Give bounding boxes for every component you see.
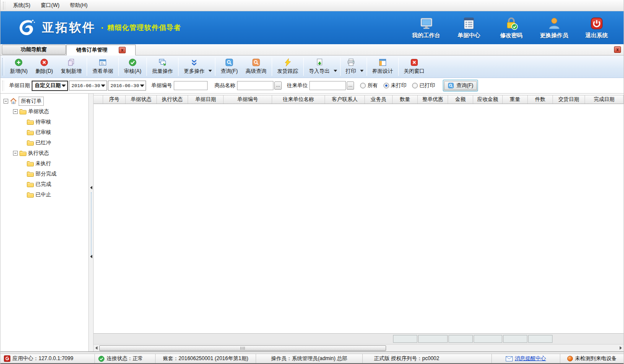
exit-power-icon [590, 16, 604, 30]
import-export-icon [315, 58, 324, 67]
tree-node-audited[interactable]: 已审核 [0, 127, 88, 137]
col-header-partner-name[interactable]: 往来单位名称 [272, 95, 325, 104]
menu-window[interactable]: 窗口(W) [36, 0, 65, 11]
app-window: 系统(S) 窗口(W) 帮助(H) 亚拓软件 · 精细化管理软件倡导者 我的工作… [0, 0, 624, 364]
col-header-delivery-date[interactable]: 交货日期 [553, 95, 585, 104]
tab-nav-panel[interactable]: 功能导航窗 [2, 45, 66, 55]
document-center-button[interactable]: 单据中心 [455, 16, 483, 39]
radio-printed[interactable]: 已打印 [412, 82, 435, 89]
tree-node-not-executed[interactable]: 未执行 [0, 158, 88, 169]
product-lookup-button[interactable]: … [274, 81, 282, 90]
scroll-right-icon[interactable] [618, 345, 624, 351]
ui-design-button[interactable]: 界面设计 [368, 57, 397, 77]
tree-node-partial-done[interactable]: 部分完成 [0, 169, 88, 179]
tree-node-completed[interactable]: 已完成 [0, 179, 88, 189]
scroll-left-icon[interactable] [94, 345, 99, 351]
tree-node-exec-status[interactable]: 执行状态 [0, 148, 88, 158]
print-button[interactable]: 打印 [342, 57, 360, 77]
tab-close-icon[interactable]: x [119, 47, 126, 53]
summary-weight-cell [503, 335, 527, 343]
my-workbench-button[interactable]: 我的工作台 [412, 16, 440, 39]
col-header-pieces[interactable]: 件数 [528, 95, 553, 104]
status-message-center[interactable]: 消息提醒中心 [492, 354, 560, 363]
date-from-select[interactable]: 2016-06-30 [69, 81, 107, 91]
print-label: 打印 [346, 68, 356, 75]
tree-node-pending-audit[interactable]: 待审核 [0, 117, 88, 127]
date-to-select[interactable]: 2016-06-30 [108, 81, 146, 91]
tree-node-bill-status[interactable]: 单据状态 [0, 106, 88, 117]
tab-sales-order[interactable]: 销售订单管理 x [66, 45, 136, 55]
import-export-dropdown-icon[interactable] [334, 70, 337, 72]
switch-operator-button[interactable]: 更换操作员 [540, 16, 568, 39]
col-header-weight[interactable]: 重量 [503, 95, 528, 104]
tabbar-close-icon[interactable]: x [614, 46, 621, 53]
close-window-button[interactable]: 关闭窗口 [400, 57, 429, 77]
col-header-bill-no[interactable]: 单据编号 [224, 95, 272, 104]
batch-ops-button[interactable]: 批量操作 [148, 57, 177, 77]
import-export-button[interactable]: 导入导出 [305, 57, 334, 77]
partner-input[interactable] [309, 81, 346, 90]
bill-no-input[interactable] [174, 81, 208, 90]
partner-lookup-button[interactable]: … [347, 81, 354, 90]
col-header-receivable[interactable]: 应收金额 [473, 95, 503, 104]
col-header-finish-date[interactable]: 完成日期 [585, 95, 624, 104]
print-dropdown-icon[interactable] [360, 70, 364, 72]
product-name-input[interactable] [237, 81, 273, 90]
copy-icon [67, 58, 75, 67]
advanced-query-button[interactable]: 高级查询 [242, 57, 270, 77]
menu-system[interactable]: 系统(S) [8, 0, 36, 11]
col-header-salesman[interactable]: 业务员 [365, 95, 393, 104]
status-license-label: 正式版 授权序列号：pc0002 [374, 355, 439, 362]
col-header-quantity[interactable]: 数量 [393, 95, 418, 104]
change-password-label: 修改密码 [500, 32, 523, 39]
query-button[interactable]: 查询(F) [217, 57, 241, 77]
collapse-left-icon[interactable] [90, 186, 92, 189]
more-ops-label: 更多操作 [184, 68, 205, 75]
summary-discount-cell [418, 335, 448, 343]
toolbar-grip[interactable] [2, 58, 4, 75]
splitter-line [91, 192, 91, 257]
col-header-contact[interactable]: 客户联系人 [325, 95, 365, 104]
brand-title: 亚拓软件 [42, 20, 96, 36]
horizontal-scrollbar[interactable] [94, 344, 624, 351]
tree-node-terminated[interactable]: 已中止 [0, 189, 88, 200]
radio-all[interactable]: 所有 [360, 82, 378, 89]
shipping-track-button[interactable]: 发货跟踪 [273, 57, 302, 77]
panel-splitter[interactable] [88, 94, 94, 351]
col-header-seq[interactable]: 序号 [103, 95, 126, 104]
date-range-select[interactable]: 自定义日期 [32, 81, 68, 91]
exit-system-button[interactable]: 退出系统 [583, 16, 611, 39]
more-ops-dropdown-icon[interactable] [208, 70, 212, 72]
search-icon [448, 82, 454, 89]
collapse-icon[interactable] [3, 99, 8, 104]
tab-sales-order-label: 销售订单管理 [76, 46, 107, 54]
tree-node-reversed[interactable]: 已红冲 [0, 137, 88, 148]
scrollbar-thumb[interactable] [99, 345, 386, 351]
col-header-exec-status[interactable]: 执行状态 [157, 95, 188, 104]
radio-unprinted[interactable]: 未打印 [384, 82, 406, 89]
filterbar-grip[interactable] [3, 81, 5, 91]
collapse-left-icon[interactable] [90, 255, 92, 258]
col-header-bill-status[interactable]: 单据状态 [126, 95, 157, 104]
change-password-button[interactable]: 修改密码 [497, 16, 525, 39]
search-button[interactable]: 查询(F) [443, 80, 478, 91]
menu-help[interactable]: 帮助(H) [65, 0, 93, 11]
tree-node-all-orders[interactable]: 所有订单 [0, 96, 88, 106]
copy-add-button[interactable]: 复制新增 [57, 57, 85, 77]
menubar-grip[interactable] [3, 2, 5, 10]
delete-button[interactable]: 删除(D) [32, 57, 57, 77]
col-header-discount[interactable]: 整单优惠 [418, 95, 448, 104]
delete-label: 删除(D) [36, 68, 53, 75]
audit-button[interactable]: 审核(A) [120, 57, 145, 77]
audit-check-icon [128, 58, 137, 67]
collapse-icon[interactable] [13, 151, 18, 156]
toolbar-separator [367, 58, 367, 76]
col-header-amount[interactable]: 金额 [448, 95, 473, 104]
view-bill-button[interactable]: 查看单据 [88, 57, 117, 77]
more-ops-button[interactable]: 更多操作 [180, 57, 208, 77]
message-center-link[interactable]: 消息提醒中心 [515, 355, 546, 362]
col-header-bill-date[interactable]: 单据日期 [188, 95, 224, 104]
collapse-icon[interactable] [13, 109, 18, 114]
grid-body-empty[interactable] [94, 104, 624, 333]
add-button[interactable]: 新增(N) [6, 57, 32, 77]
